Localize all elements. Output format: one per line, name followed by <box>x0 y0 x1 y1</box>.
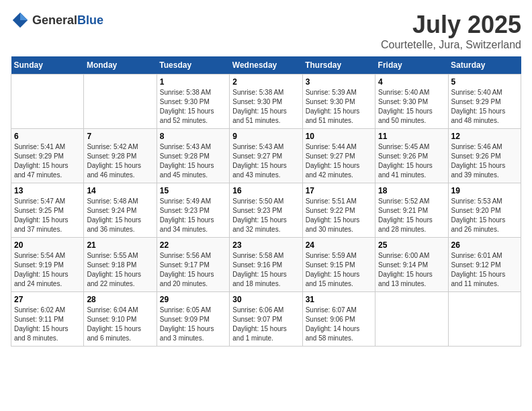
day-number: 31 <box>306 295 372 304</box>
day-number: 17 <box>306 186 372 195</box>
day-info: Sunrise: 5:43 AM Sunset: 9:28 PM Dayligh… <box>160 142 226 180</box>
page-header: GeneralBlue July 2025 Courtetelle, Jura,… <box>11 11 521 51</box>
day-info: Sunrise: 6:00 AM Sunset: 9:14 PM Dayligh… <box>378 251 445 289</box>
day-info: Sunrise: 5:54 AM Sunset: 9:19 PM Dayligh… <box>14 251 81 289</box>
day-info: Sunrise: 5:52 AM Sunset: 9:21 PM Dayligh… <box>378 197 445 234</box>
day-number: 1 <box>160 77 226 87</box>
calendar-cell: 29Sunrise: 6:05 AM Sunset: 9:09 PM Dayli… <box>157 292 229 347</box>
calendar-cell <box>84 75 157 129</box>
title-block: July 2025 Courtetelle, Jura, Switzerland <box>381 11 521 51</box>
day-number: 21 <box>87 240 153 250</box>
day-info: Sunrise: 5:42 AM Sunset: 9:28 PM Dayligh… <box>87 142 153 180</box>
day-info: Sunrise: 5:40 AM Sunset: 9:30 PM Dayligh… <box>378 88 445 126</box>
day-number: 14 <box>87 186 153 195</box>
calendar-cell: 4Sunrise: 5:40 AM Sunset: 9:30 PM Daylig… <box>375 75 448 129</box>
day-number: 13 <box>14 186 81 195</box>
day-number: 20 <box>14 240 81 250</box>
calendar-week-row: 13Sunrise: 5:47 AM Sunset: 9:25 PM Dayli… <box>11 183 521 238</box>
calendar-cell: 28Sunrise: 6:04 AM Sunset: 9:10 PM Dayli… <box>84 292 157 347</box>
day-number: 22 <box>160 240 226 250</box>
day-number: 7 <box>87 132 153 141</box>
calendar-cell: 31Sunrise: 6:07 AM Sunset: 9:06 PM Dayli… <box>302 292 375 347</box>
calendar-cell: 7Sunrise: 5:42 AM Sunset: 9:28 PM Daylig… <box>84 129 157 183</box>
day-info: Sunrise: 6:04 AM Sunset: 9:10 PM Dayligh… <box>87 306 153 343</box>
day-number: 29 <box>160 295 226 304</box>
day-info: Sunrise: 5:39 AM Sunset: 9:30 PM Dayligh… <box>306 88 372 126</box>
calendar-cell: 25Sunrise: 6:00 AM Sunset: 9:14 PM Dayli… <box>375 238 448 292</box>
calendar-cell <box>375 292 448 347</box>
day-info: Sunrise: 5:59 AM Sunset: 9:15 PM Dayligh… <box>306 251 372 289</box>
calendar-week-row: 1Sunrise: 5:38 AM Sunset: 9:30 PM Daylig… <box>11 75 521 129</box>
day-info: Sunrise: 5:50 AM Sunset: 9:23 PM Dayligh… <box>232 197 299 234</box>
calendar-cell: 26Sunrise: 6:01 AM Sunset: 9:12 PM Dayli… <box>448 238 521 292</box>
calendar-cell: 2Sunrise: 5:38 AM Sunset: 9:30 PM Daylig… <box>230 75 302 129</box>
location-subtitle: Courtetelle, Jura, Switzerland <box>381 39 521 51</box>
header-monday: Monday <box>84 56 157 75</box>
calendar-cell: 14Sunrise: 5:48 AM Sunset: 9:24 PM Dayli… <box>84 183 157 238</box>
calendar-cell: 15Sunrise: 5:49 AM Sunset: 9:23 PM Dayli… <box>157 183 229 238</box>
calendar-cell: 9Sunrise: 5:43 AM Sunset: 9:27 PM Daylig… <box>230 129 302 183</box>
day-number: 5 <box>451 77 518 87</box>
header-wednesday: Wednesday <box>230 56 302 75</box>
calendar-cell: 19Sunrise: 5:53 AM Sunset: 9:20 PM Dayli… <box>448 183 521 238</box>
calendar-cell: 27Sunrise: 6:02 AM Sunset: 9:11 PM Dayli… <box>11 292 84 347</box>
day-info: Sunrise: 5:46 AM Sunset: 9:26 PM Dayligh… <box>451 142 518 180</box>
day-info: Sunrise: 6:05 AM Sunset: 9:09 PM Dayligh… <box>160 306 226 343</box>
day-number: 23 <box>232 240 299 250</box>
day-number: 27 <box>14 295 81 304</box>
calendar-cell <box>11 75 84 129</box>
calendar-week-row: 27Sunrise: 6:02 AM Sunset: 9:11 PM Dayli… <box>11 292 521 347</box>
day-info: Sunrise: 5:43 AM Sunset: 9:27 PM Dayligh… <box>232 142 299 180</box>
day-number: 6 <box>14 132 81 141</box>
calendar-cell: 17Sunrise: 5:51 AM Sunset: 9:22 PM Dayli… <box>302 183 375 238</box>
day-info: Sunrise: 5:44 AM Sunset: 9:27 PM Dayligh… <box>306 142 372 180</box>
day-number: 16 <box>232 186 299 195</box>
day-info: Sunrise: 6:06 AM Sunset: 9:07 PM Dayligh… <box>232 306 299 343</box>
day-info: Sunrise: 6:07 AM Sunset: 9:06 PM Dayligh… <box>306 306 372 343</box>
calendar-cell: 30Sunrise: 6:06 AM Sunset: 9:07 PM Dayli… <box>230 292 302 347</box>
day-number: 28 <box>87 295 153 304</box>
day-info: Sunrise: 5:38 AM Sunset: 9:30 PM Dayligh… <box>160 88 226 126</box>
day-number: 10 <box>306 132 372 141</box>
day-info: Sunrise: 5:47 AM Sunset: 9:25 PM Dayligh… <box>14 197 81 234</box>
day-number: 9 <box>232 132 299 141</box>
day-info: Sunrise: 5:49 AM Sunset: 9:23 PM Dayligh… <box>160 197 226 234</box>
calendar-cell: 16Sunrise: 5:50 AM Sunset: 9:23 PM Dayli… <box>230 183 302 238</box>
day-info: Sunrise: 5:38 AM Sunset: 9:30 PM Dayligh… <box>232 88 299 126</box>
day-number: 15 <box>160 186 226 195</box>
calendar-week-row: 20Sunrise: 5:54 AM Sunset: 9:19 PM Dayli… <box>11 238 521 292</box>
day-number: 11 <box>378 132 445 141</box>
calendar-week-row: 6Sunrise: 5:41 AM Sunset: 9:29 PM Daylig… <box>11 129 521 183</box>
logo-icon <box>11 11 30 30</box>
day-number: 26 <box>451 240 518 250</box>
day-info: Sunrise: 5:40 AM Sunset: 9:29 PM Dayligh… <box>451 88 518 126</box>
calendar-cell: 18Sunrise: 5:52 AM Sunset: 9:21 PM Dayli… <box>375 183 448 238</box>
header-friday: Friday <box>375 56 448 75</box>
calendar-cell: 22Sunrise: 5:56 AM Sunset: 9:17 PM Dayli… <box>157 238 229 292</box>
logo-blue: Blue <box>77 13 103 27</box>
day-number: 24 <box>306 240 372 250</box>
day-info: Sunrise: 5:53 AM Sunset: 9:20 PM Dayligh… <box>451 197 518 234</box>
day-info: Sunrise: 5:48 AM Sunset: 9:24 PM Dayligh… <box>87 197 153 234</box>
day-info: Sunrise: 5:58 AM Sunset: 9:16 PM Dayligh… <box>232 251 299 289</box>
day-number: 30 <box>232 295 299 304</box>
logo-general: General <box>32 13 77 27</box>
calendar-cell: 21Sunrise: 5:55 AM Sunset: 9:18 PM Dayli… <box>84 238 157 292</box>
logo: GeneralBlue <box>11 11 103 30</box>
calendar-cell: 12Sunrise: 5:46 AM Sunset: 9:26 PM Dayli… <box>448 129 521 183</box>
day-number: 3 <box>306 77 372 87</box>
day-info: Sunrise: 5:55 AM Sunset: 9:18 PM Dayligh… <box>87 251 153 289</box>
day-number: 2 <box>232 77 299 87</box>
calendar-cell: 20Sunrise: 5:54 AM Sunset: 9:19 PM Dayli… <box>11 238 84 292</box>
calendar-cell: 1Sunrise: 5:38 AM Sunset: 9:30 PM Daylig… <box>157 75 229 129</box>
day-number: 4 <box>378 77 445 87</box>
calendar-cell: 6Sunrise: 5:41 AM Sunset: 9:29 PM Daylig… <box>11 129 84 183</box>
calendar-cell: 11Sunrise: 5:45 AM Sunset: 9:26 PM Dayli… <box>375 129 448 183</box>
day-info: Sunrise: 6:02 AM Sunset: 9:11 PM Dayligh… <box>14 306 81 343</box>
header-thursday: Thursday <box>302 56 375 75</box>
day-info: Sunrise: 5:41 AM Sunset: 9:29 PM Dayligh… <box>14 142 81 180</box>
header-sunday: Sunday <box>11 56 84 75</box>
calendar-cell: 5Sunrise: 5:40 AM Sunset: 9:29 PM Daylig… <box>448 75 521 129</box>
day-number: 18 <box>378 186 445 195</box>
day-number: 19 <box>451 186 518 195</box>
